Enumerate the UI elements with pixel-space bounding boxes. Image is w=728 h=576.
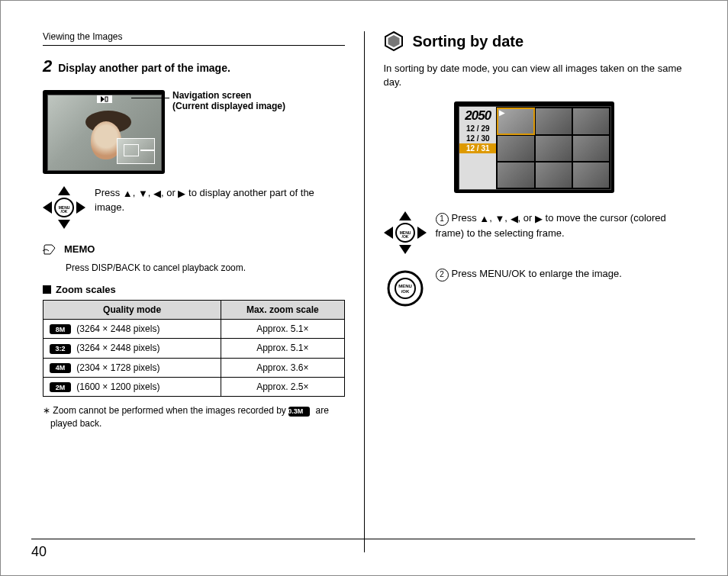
table-row: 2M (1600 × 1200 pixels) Approx. 2.5× xyxy=(43,377,345,396)
svg-text:/OK: /OK xyxy=(61,209,68,214)
left-column: Viewing the Images 2 Display another par… xyxy=(43,31,345,552)
svg-marker-0 xyxy=(101,96,105,102)
svg-rect-1 xyxy=(105,97,108,101)
navigation-box xyxy=(117,138,155,164)
memo-icon xyxy=(43,243,58,258)
zoom-footnote: ∗ Zoom cannot be performed when the imag… xyxy=(43,404,345,430)
memo-text: Press DISP/BACK to cancel playback zoom. xyxy=(66,262,345,273)
dpad-instruction: Press ▲, ▼, ◀, or ▶ to display another p… xyxy=(95,186,345,214)
table-row: 3:2 (3264 × 2448 pixels) Approx. 5.1× xyxy=(43,339,345,358)
svg-marker-5 xyxy=(76,201,85,214)
svg-text:/OK: /OK xyxy=(401,234,408,239)
svg-marker-2 xyxy=(58,186,70,195)
step1-text: 1Press ▲, ▼, ◀, or ▶ to move the cursor … xyxy=(436,211,686,240)
column-divider xyxy=(364,31,365,552)
zoom-scales-heading: Zoom scales xyxy=(43,284,345,295)
svg-marker-14 xyxy=(417,227,427,239)
step2-text: 2Press MENU/OK to enlarge the image. xyxy=(436,267,622,282)
running-head: Viewing the Images xyxy=(43,31,345,46)
step-heading: 2 Display another part of the image. xyxy=(43,56,345,76)
thumb-selected xyxy=(498,108,533,134)
lcd-preview xyxy=(43,90,165,174)
svg-marker-3 xyxy=(58,220,70,229)
svg-marker-10 xyxy=(388,35,399,47)
svg-marker-4 xyxy=(43,201,52,214)
table-row: 4M (2304 × 1728 pixels) Approx. 3.6× xyxy=(43,358,345,377)
step-number: 2 xyxy=(43,56,52,76)
date-sort-screen: 2050 12 / 29 12 / 30 12 / 31 xyxy=(454,101,614,193)
table-row: 8M (3264 × 2448 pixels) Approx. 5.1× xyxy=(43,320,345,339)
right-column: Sorting by date In sorting by date mode,… xyxy=(384,31,686,552)
section-hex-icon xyxy=(384,31,404,51)
svg-point-20 xyxy=(395,278,415,298)
navigation-caption: Navigation screen (Current displayed ima… xyxy=(172,90,285,111)
memo-label: MEMO xyxy=(64,243,95,255)
playback-icon xyxy=(97,95,112,103)
dpad-icon: MENU /OK xyxy=(43,186,85,231)
page-number: 40 xyxy=(31,539,695,560)
zoom-table: Quality mode Max. zoom scale 8M (3264 × … xyxy=(43,300,345,397)
table-header-quality: Quality mode xyxy=(43,301,221,320)
menu-ok-dial-icon: MENU /OK xyxy=(384,267,427,310)
svg-text:/OK: /OK xyxy=(401,289,409,294)
section-intro: In sorting by date mode, you can view al… xyxy=(384,62,686,89)
table-header-zoom: Max. zoom scale xyxy=(221,301,344,320)
svg-marker-12 xyxy=(399,245,411,254)
step-title: Display another part of the image. xyxy=(58,62,230,74)
svg-marker-13 xyxy=(384,227,393,239)
dpad-icon: MENU /OK xyxy=(384,211,427,256)
year-label: 2050 xyxy=(465,108,491,124)
section-title: Sorting by date xyxy=(413,33,524,50)
svg-text:MENU: MENU xyxy=(398,284,412,288)
svg-marker-11 xyxy=(399,211,411,220)
